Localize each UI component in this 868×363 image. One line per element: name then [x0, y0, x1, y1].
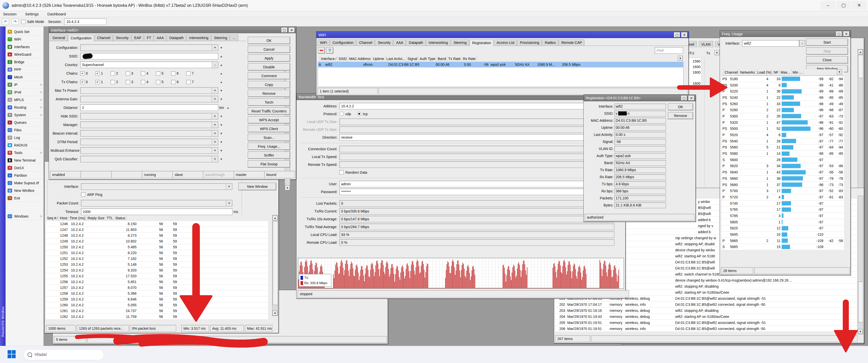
safe-mode-toggle[interactable]: Safe Mode [21, 20, 44, 24]
dialog-tab[interactable]: General [50, 35, 68, 41]
protocol-radio-tcp[interactable]: tcp [357, 112, 368, 116]
table-row[interactable]: 125610.2.4.25.8515659 [46, 279, 268, 285]
combo-load-icon[interactable]: ⤓ [799, 40, 805, 46]
field-input[interactable]: ▼ [80, 87, 218, 94]
dialog-button[interactable]: WPS Accept [248, 116, 290, 124]
sidebar-item-log[interactable]: ≣Log [5, 134, 43, 141]
sidebar-item-radius[interactable]: ◉RADIUS [5, 141, 43, 149]
dialog-tab[interactable]: Channel [95, 35, 113, 41]
spin-arrow-icon[interactable]: ▼ [218, 132, 224, 135]
table-row[interactable]: 124810.2.4.28.2735659 [46, 233, 268, 238]
column-menu-icon[interactable]: ▼ [678, 56, 683, 61]
table-row[interactable]: P5620334-97-53-86 [721, 163, 844, 169]
wifi-tab[interactable]: Radios [542, 39, 558, 45]
field-input[interactable]: ▼ [80, 156, 218, 162]
wifi-tab[interactable]: WiFi [317, 39, 330, 45]
wifi-column-header[interactable]: MAC Address [348, 56, 372, 62]
new-window-button[interactable]: New Window [239, 183, 276, 190]
maximize-icon[interactable]: ▢ [674, 32, 680, 38]
spin-arrow-icon[interactable]: ▲ [218, 81, 224, 84]
wifi-title-bar[interactable]: WiFi ▢ ✕ [316, 32, 689, 38]
chain-checkbox[interactable]: ✔1 [95, 80, 111, 84]
table-row[interactable]: 204Mar/29/1970 01:19:43memorywireless, d… [555, 314, 857, 320]
start-button[interactable] [7, 350, 16, 358]
dialog-button[interactable]: Reset Traffic Counters [248, 107, 290, 115]
wifi-tab[interactable]: Steering [451, 39, 469, 45]
table-row[interactable]: P5300235-97-63-73 [721, 113, 844, 120]
menu-dashboard[interactable]: Dashboard [48, 12, 66, 16]
ping-column-header[interactable]: Time (ms) [69, 215, 87, 221]
field-input[interactable] [339, 154, 614, 160]
field-input[interactable] [339, 146, 614, 152]
freq-title-bar[interactable]: Freq. Usage ▢ ✕ [720, 31, 850, 37]
dialog-button[interactable]: Sniffer [248, 152, 290, 159]
spin-arrow-icon[interactable]: ▼ [218, 115, 224, 118]
field-input[interactable]: ▼ [80, 122, 218, 128]
table-row[interactable]: 124910.2.4.210.8025659 [46, 238, 268, 244]
table-row[interactable]: 205Mar/29/1970 01:19:51memorywireless, d… [555, 320, 857, 326]
sidebar-item-wifi[interactable]: ◠WiFi [5, 36, 43, 43]
table-row[interactable]: SSID:v [585, 110, 668, 117]
sidebar-item-tools[interactable]: ⚒Tools▷ [5, 149, 43, 157]
dialog-tab[interactable]: FT [144, 35, 154, 41]
field-input[interactable]: ▼ [80, 139, 218, 145]
table-row[interactable]: Band:5GHz AX [585, 159, 668, 166]
table-row[interactable]: Rx bps:368 bps [585, 188, 668, 195]
protocol-radio-udp[interactable]: udp [339, 112, 351, 116]
sidebar-item-ip[interactable]: ⊞IP▷ [5, 81, 43, 89]
freq-column-header[interactable]: NF [773, 69, 780, 75]
table-row[interactable]: PS5540126-97-77-77 [721, 138, 844, 144]
maximize-icon[interactable]: ▢ [681, 95, 687, 101]
spin-arrow-icon[interactable]: ▼ [218, 98, 224, 101]
field-input[interactable]: ******* [339, 189, 614, 195]
sidebar-item-ipv6[interactable]: ⊞IPv6▷ [5, 89, 43, 96]
table-row[interactable]: 125410.2.4.29.2035659 [46, 267, 268, 273]
chain-checkbox[interactable]: 5 [156, 80, 171, 84]
dialog-title-bar[interactable]: Interface <wifi2> ▢ ✕ [49, 27, 296, 33]
dialog-tab[interactable]: Configuration [68, 35, 94, 41]
chevron-down-icon[interactable]: ▼ [226, 184, 232, 190]
table-row[interactable]: 202Mar/28/1970 17:04:17memorywireless, i… [555, 301, 857, 307]
table-row[interactable]: Bytes:21.1 KiB,8.6 KiB [585, 202, 668, 209]
spin-arrow-icon[interactable]: ▼ [218, 124, 224, 126]
chain-checkbox[interactable]: 3 [126, 71, 141, 76]
ping-column-header[interactable]: Status [114, 215, 127, 221]
sidebar-item-dot1x[interactable]: ⊘Dot1X [5, 164, 43, 172]
freq-button[interactable]: Start [806, 39, 848, 46]
wifi-tab[interactable]: Configuration [330, 39, 356, 45]
sidebar-item-exit[interactable]: ↪Exit [5, 194, 43, 202]
chevron-down-icon[interactable]: ▼ [212, 122, 218, 128]
table-row[interactable]: S588515-109 [721, 244, 844, 250]
field-input[interactable] [339, 126, 614, 133]
wifi-column-header[interactable]: Last Activi... [385, 56, 406, 62]
table-row[interactable]: Signal:-56 [585, 138, 668, 145]
arp-ping-checkbox[interactable] [81, 192, 85, 197]
table-row[interactable]: P5320147-98-91-91 [721, 120, 844, 126]
dialog-button[interactable]: Apply [248, 55, 290, 62]
table-row[interactable]: P5700317-97-52-83 [721, 188, 844, 194]
table-row[interactable]: PS5260133-98-49-49 [721, 101, 844, 107]
freq-column-header[interactable] [721, 69, 724, 75]
random-data-checkbox[interactable]: Random Data [339, 170, 367, 174]
freq-column-header[interactable]: Networks [739, 69, 756, 75]
sidebar-item-new-winbox[interactable]: ◍New WinBox [5, 187, 43, 194]
redo-icon[interactable]: ↷ [11, 19, 19, 25]
wifi-tab[interactable]: Channel [356, 39, 375, 45]
table-row[interactable]: P5280222-98-68-87 [721, 107, 844, 113]
freq-column-header[interactable]: Max... [780, 69, 792, 75]
freq-interface-select[interactable]: wifi2 [742, 40, 799, 46]
table-row[interactable]: 124610.2.4.28.1505659 [46, 221, 268, 227]
freq-column-header[interactable]: Min ... [792, 69, 803, 75]
ping-column-header[interactable]: TTL [106, 215, 114, 221]
table-row[interactable]: PS5240122-99-85-85 [721, 95, 844, 101]
field-input[interactable]: 0 bps/335.6 Mbps [339, 208, 614, 214]
field-input[interactable]: 0 bps/147.6 Mbps [339, 216, 614, 222]
freq-button[interactable]: Stop [806, 47, 848, 55]
table-row[interactable]: 574517-97 [721, 200, 844, 207]
field-input[interactable]: 2 [80, 104, 218, 111]
dialog-tab[interactable]: AAA [154, 35, 166, 41]
undo-icon[interactable]: ↶ [2, 19, 9, 25]
spin-arrow-icon[interactable]: ▼ [218, 141, 224, 143]
maximize-button[interactable]: ▢ [836, 1, 851, 9]
field-input[interactable]: 10.4.2.2 [339, 103, 614, 109]
